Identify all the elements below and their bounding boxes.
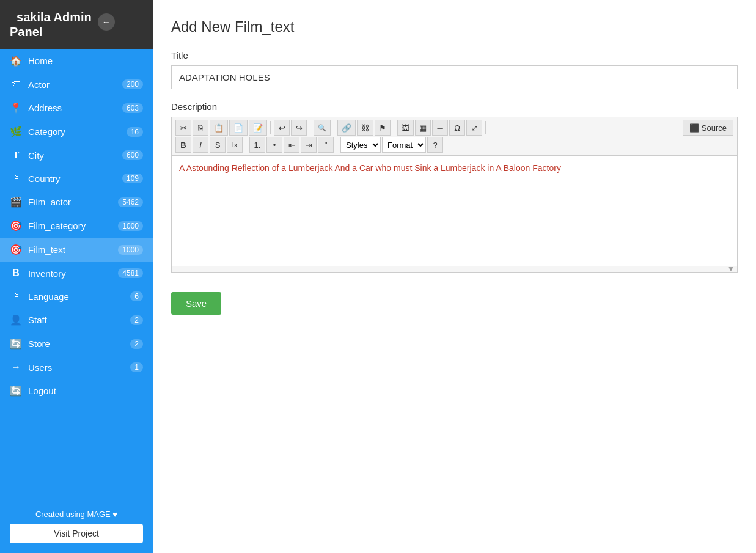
sidebar-item-label: Address [28, 103, 62, 113]
sidebar-item-city[interactable]: T City 600 [0, 144, 153, 167]
sidebar-item-label: City [28, 150, 44, 161]
title-input[interactable] [171, 65, 738, 89]
staff-badge: 2 [130, 315, 143, 325]
sidebar-item-users[interactable]: → Users 1 [0, 356, 153, 379]
toolbar-row-2: B I S Ix 1. • ⇤ ⇥ " Styles Format [175, 137, 733, 153]
language-badge: 6 [130, 291, 143, 301]
back-button[interactable]: ← [98, 13, 115, 31]
paste-button[interactable]: 📋 [210, 120, 228, 136]
toolbar-separator-2 [310, 121, 310, 134]
address-icon: 📍 [10, 102, 22, 114]
sidebar-item-logout[interactable]: 🔄 Logout [0, 379, 153, 403]
paste-text-button[interactable]: 📄 [229, 120, 248, 136]
image-button[interactable]: 🖼 [397, 120, 414, 136]
app-title: _sakila Admin Panel [10, 10, 92, 39]
sidebar-item-label: Users [28, 362, 52, 373]
sidebar-item-label: Actor [28, 79, 50, 90]
strikethrough-button[interactable]: S [210, 137, 226, 153]
sidebar-item-actor[interactable]: 🏷 Actor 200 [0, 73, 153, 96]
logout-icon: 🔄 [10, 385, 22, 397]
rich-text-editor: ✂ ⎘ 📋 📄 📝 ↩ ↪ 🔍 🔗 ⛓ ⚑ 🖼 ▦ [171, 117, 738, 273]
sidebar-header: _sakila Admin Panel ← [0, 0, 153, 49]
sidebar-item-label: Category [28, 126, 65, 137]
main-content: Add New Film_text Title Description ✂ ⎘ … [153, 0, 756, 553]
save-button[interactable]: Save [171, 292, 221, 315]
link-button[interactable]: 🔗 [337, 120, 356, 136]
language-icon: 🏳 [10, 291, 22, 302]
footer-text: Created using MAGE ♥ [35, 510, 117, 519]
actor-badge: 200 [122, 79, 143, 89]
blockquote-button[interactable]: " [318, 137, 334, 153]
sidebar-item-label: Store [28, 339, 50, 349]
anchor-button[interactable]: ⚑ [375, 120, 391, 136]
category-icon: 🌿 [10, 126, 22, 137]
italic-button[interactable]: I [193, 137, 208, 153]
cut-button[interactable]: ✂ [175, 120, 191, 136]
remove-format-button[interactable]: Ix [227, 137, 243, 153]
indent-button[interactable]: ⇥ [301, 137, 317, 153]
page-title: Add New Film_text [171, 18, 738, 35]
unlink-button[interactable]: ⛓ [357, 120, 373, 136]
ordered-list-button[interactable]: 1. [249, 137, 265, 153]
source-icon: ⬛ [689, 123, 699, 133]
source-button[interactable]: ⬛ Source [683, 120, 733, 136]
sidebar-item-label: Inventory [28, 268, 66, 279]
editor-resize-handle[interactable]: ▼ [172, 266, 737, 272]
sidebar-footer: Created using MAGE ♥ Visit Project [0, 500, 153, 553]
sidebar-item-language[interactable]: 🏳 Language 6 [0, 285, 153, 308]
find-replace-button[interactable]: 🔍 [314, 120, 331, 136]
help-button[interactable]: ? [427, 137, 443, 153]
editor-content-area[interactable]: A Astounding Reflection of a Lumberjack … [172, 156, 737, 266]
sidebar-item-label: Country [28, 174, 61, 184]
sidebar: _sakila Admin Panel ← 🏠 Home 🏷 Actor 200… [0, 0, 153, 553]
city-icon: T [10, 150, 22, 161]
toolbar-separator-1 [270, 121, 271, 134]
sidebar-item-label: Film_text [28, 244, 65, 255]
styles-select[interactable]: Styles [340, 137, 381, 153]
sidebar-item-film-category[interactable]: 🎯 Film_category 1000 [0, 214, 153, 238]
redo-button[interactable]: ↪ [291, 120, 307, 136]
film-actor-badge: 5462 [118, 197, 143, 207]
undo-button[interactable]: ↩ [274, 120, 290, 136]
sidebar-item-film-text[interactable]: 🎯 Film_text 1000 [0, 238, 153, 262]
film-actor-icon: 🎬 [10, 196, 22, 208]
nav-menu: 🏠 Home 🏷 Actor 200 📍 Address 603 🌿 Categ… [0, 49, 153, 403]
table-button[interactable]: ▦ [415, 120, 431, 136]
special-char-button[interactable]: Ω [449, 120, 465, 136]
sidebar-item-staff[interactable]: 👤 Staff 2 [0, 308, 153, 332]
sidebar-item-label: Film_actor [28, 197, 71, 207]
sidebar-item-film-actor[interactable]: 🎬 Film_actor 5462 [0, 190, 153, 214]
description-field-section: Description ✂ ⎘ 📋 📄 📝 ↩ ↪ 🔍 🔗 ⛓ [171, 101, 738, 273]
format-select[interactable]: Format [382, 137, 426, 153]
maximize-button[interactable]: ⤢ [466, 120, 482, 136]
sidebar-item-category[interactable]: 🌿 Category 16 [0, 120, 153, 144]
sidebar-item-label: Film_category [28, 221, 86, 231]
hr-button[interactable]: ─ [432, 120, 448, 136]
visit-project-button[interactable]: Visit Project [10, 524, 143, 543]
film-category-badge: 1000 [118, 221, 143, 231]
toolbar-separator-6 [246, 138, 246, 152]
sidebar-item-address[interactable]: 📍 Address 603 [0, 96, 153, 120]
editor-toolbar: ✂ ⎘ 📋 📄 📝 ↩ ↪ 🔍 🔗 ⛓ ⚑ 🖼 ▦ [172, 117, 737, 156]
home-icon: 🏠 [10, 55, 22, 67]
outdent-button[interactable]: ⇤ [284, 137, 299, 153]
toolbar-row-1: ✂ ⎘ 📋 📄 📝 ↩ ↪ 🔍 🔗 ⛓ ⚑ 🖼 ▦ [175, 120, 733, 136]
address-badge: 603 [122, 103, 143, 113]
store-badge: 2 [130, 339, 143, 349]
sidebar-item-home[interactable]: 🏠 Home [0, 49, 153, 73]
bold-button[interactable]: B [175, 137, 191, 153]
sidebar-item-label: Logout [28, 386, 56, 396]
sidebar-item-inventory[interactable]: B Inventory 4581 [0, 262, 153, 285]
sidebar-item-store[interactable]: 🔄 Store 2 [0, 332, 153, 356]
copy-button[interactable]: ⎘ [193, 120, 208, 136]
sidebar-item-country[interactable]: 🏳 Country 109 [0, 167, 153, 190]
film-text-badge: 1000 [118, 245, 143, 255]
title-field-section: Title [171, 50, 738, 89]
unordered-list-button[interactable]: • [266, 137, 282, 153]
sidebar-item-label: Language [28, 291, 69, 302]
paste-word-button[interactable]: 📝 [249, 120, 267, 136]
film-category-icon: 🎯 [10, 220, 22, 232]
sidebar-item-label: Home [28, 56, 53, 66]
inventory-icon: B [10, 268, 22, 279]
description-label: Description [171, 101, 738, 112]
